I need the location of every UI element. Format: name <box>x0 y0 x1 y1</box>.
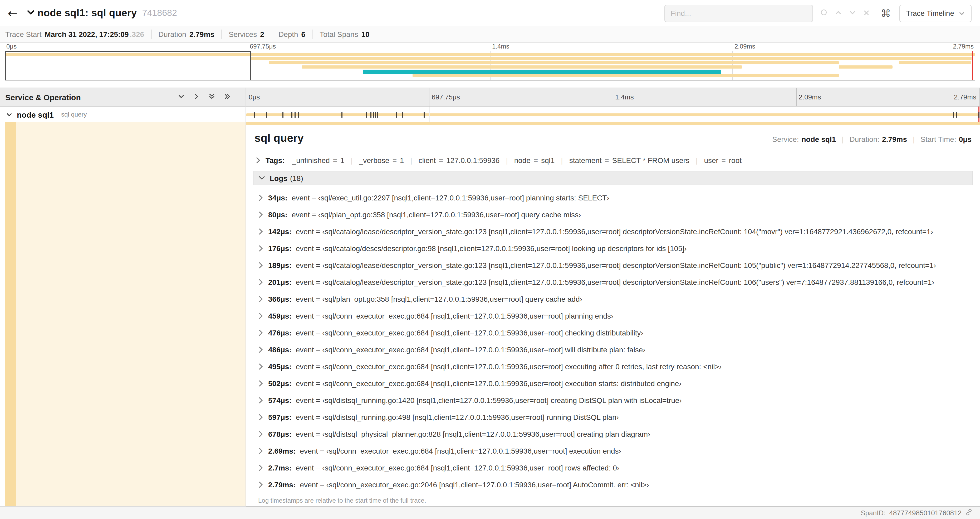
column-divider[interactable] <box>245 88 246 507</box>
chevron-down-icon <box>6 112 12 117</box>
log-entry-row[interactable]: 502μs:event = ‹sql/conn_executor_exec.go… <box>253 375 973 392</box>
log-entry-row[interactable]: 176μs:event = ‹sql/catalog/descs/descrip… <box>253 240 973 257</box>
tag-value: 1 <box>400 156 404 164</box>
tag-key: _verbose <box>359 156 389 164</box>
overview-value: 2.79ms <box>882 135 907 144</box>
log-marker-tick[interactable] <box>402 112 403 118</box>
span-id-value: 4877749850101760812 <box>889 509 962 517</box>
log-entry-row[interactable]: 597μs:event = ‹sql/distsql_running.go:49… <box>253 409 973 426</box>
log-marker-tick[interactable] <box>254 112 255 118</box>
chevron-right-icon <box>258 465 263 471</box>
minimap[interactable] <box>5 51 975 81</box>
log-entry-row[interactable]: 366μs:event = ‹sql/plan_opt.go:358 [nsql… <box>253 291 973 308</box>
log-marker-tick[interactable] <box>423 112 425 118</box>
collapse-all-button[interactable] <box>208 92 215 102</box>
log-entry-row[interactable]: 142μs:event = ‹sql/catalog/lease/descrip… <box>253 223 973 240</box>
view-type-dropdown[interactable]: Trace Timeline <box>899 5 972 22</box>
span-duration-bar[interactable] <box>246 113 978 116</box>
log-entry-row[interactable]: 459μs:event = ‹sql/conn_executor_exec.go… <box>253 308 973 324</box>
tick-label: 697.75μs <box>250 43 276 50</box>
log-marker-tick[interactable] <box>371 112 371 118</box>
log-marker-tick[interactable] <box>298 112 299 118</box>
trace-meta-value: 2.79ms <box>189 30 215 38</box>
log-entry-row[interactable]: 678μs:event = ‹sql/distsql_physical_plan… <box>253 426 973 442</box>
divider: | <box>410 156 412 164</box>
minimap-viewport[interactable] <box>5 51 251 80</box>
log-entry-row[interactable]: 201μs:event = ‹sql/catalog/lease/descrip… <box>253 274 973 291</box>
log-marker-tick[interactable] <box>291 112 293 118</box>
log-marker-tick[interactable] <box>373 112 374 118</box>
grid-line <box>429 107 430 122</box>
trace-meta-item: Depth6 <box>272 30 313 39</box>
log-marker-tick[interactable] <box>295 112 296 118</box>
log-timestamp: 2.79ms: <box>268 481 296 489</box>
trace-meta-items: Trace StartMarch 31 2022, 17:25:09.326Du… <box>5 30 377 39</box>
log-marker-tick[interactable] <box>377 112 378 118</box>
log-entry-row[interactable]: 2.79ms:event = ‹sql/conn_executor_exec.g… <box>253 476 973 493</box>
log-message: event = ‹sql/plan_opt.go:358 [nsql1,clie… <box>292 211 581 219</box>
tick-label: 2.09ms <box>735 43 755 50</box>
trace-meta-label: Total Spans <box>320 30 358 38</box>
log-marker-tick[interactable] <box>282 112 283 118</box>
trace-collapse-toggle[interactable] <box>26 8 35 19</box>
deep-link-button[interactable] <box>965 508 973 517</box>
log-entry-row[interactable]: 495μs:event = ‹sql/conn_executor_exec.go… <box>253 358 973 375</box>
log-entry-row[interactable]: 2.69ms:event = ‹sql/conn_executor_exec.g… <box>253 442 973 459</box>
tag-item: statement = SELECT * FROM users <box>569 156 689 164</box>
log-message: event = ‹sql/conn_executor_exec.go:684 [… <box>296 312 614 320</box>
tags-row[interactable]: Tags: _unfinished = 1|_verbose = 1|clien… <box>253 150 973 169</box>
log-marker-tick[interactable] <box>396 112 397 118</box>
log-entry-row[interactable]: 486μs:event = ‹sql/conn_executor_exec.go… <box>253 341 973 358</box>
clear-search-button[interactable] <box>863 8 869 18</box>
focus-matches-button[interactable] <box>820 8 827 18</box>
expand-one-button[interactable] <box>193 92 200 102</box>
log-timestamp: 2.69ms: <box>268 447 296 455</box>
next-match-button[interactable] <box>849 8 855 18</box>
log-timestamp: 201μs: <box>268 278 292 286</box>
logs-footnote: Log timestamps are relative to the start… <box>253 493 973 504</box>
log-entry-row[interactable]: 80μs:event = ‹sql/plan_opt.go:358 [nsql1… <box>253 206 973 223</box>
tick-label: 2.09ms <box>799 93 821 101</box>
search-input[interactable] <box>664 5 813 22</box>
trace-meta-item: Total Spans10 <box>313 30 377 39</box>
log-marker-tick[interactable] <box>953 112 954 118</box>
grid-line <box>612 88 613 106</box>
logs-header[interactable]: Logs (18) <box>253 171 973 185</box>
trace-meta-item: Trace StartMarch 31 2022, 17:25:09.326 <box>5 30 151 39</box>
keyboard-shortcuts-button[interactable]: ⌘ <box>881 7 891 19</box>
divider: | <box>561 156 563 164</box>
log-timestamp: 574μs: <box>268 396 292 404</box>
log-message: event = ‹sql/conn_executor_exec.go:684 [… <box>296 464 619 472</box>
tick-label: 2.79ms <box>953 43 974 50</box>
chevron-right-icon <box>258 245 263 252</box>
expand-all-button[interactable] <box>224 92 231 102</box>
log-message: event = ‹sql/conn_executor_exec.go:684 [… <box>296 329 643 337</box>
chevron-right-icon <box>258 363 263 370</box>
tag-value: 1 <box>340 156 345 164</box>
span-row-label-cell[interactable]: node sql1 sql query <box>0 107 245 122</box>
collapse-one-button[interactable] <box>178 92 185 102</box>
page-title: node sql1: sql query <box>37 7 137 19</box>
log-entry-row[interactable]: 476μs:event = ‹sql/conn_executor_exec.go… <box>253 324 973 341</box>
tag-item: user = root <box>704 156 741 164</box>
view-type-label: Trace Timeline <box>906 9 954 18</box>
tag-equals: = <box>389 156 400 164</box>
log-entry-row[interactable]: 2.7ms:event = ‹sql/conn_executor_exec.go… <box>253 459 973 476</box>
log-marker-tick[interactable] <box>266 112 267 118</box>
log-timestamp: 142μs: <box>268 227 292 236</box>
prev-match-button[interactable] <box>835 8 841 18</box>
log-entry-row[interactable]: 189μs:event = ‹sql/catalog/lease/descrip… <box>253 257 973 274</box>
chevron-down-icon <box>178 92 185 102</box>
log-marker-tick[interactable] <box>956 112 957 118</box>
log-entry-row[interactable]: 574μs:event = ‹sql/distsql_running.go:14… <box>253 392 973 409</box>
span-detail-header: sql query Service:node sql1|Duration:2.7… <box>253 125 973 150</box>
back-button[interactable]: ← <box>0 6 25 20</box>
chevron-down-icon <box>26 8 35 19</box>
log-marker-tick[interactable] <box>978 112 980 118</box>
log-marker-tick[interactable] <box>341 112 342 118</box>
grid-line <box>796 107 797 122</box>
log-marker-tick[interactable] <box>366 112 367 118</box>
chevron-right-icon <box>258 431 263 437</box>
log-marker-tick[interactable] <box>375 112 377 118</box>
log-entry-row[interactable]: 34μs:event = ‹sql/exec_util.go:2297 [nsq… <box>253 189 973 206</box>
